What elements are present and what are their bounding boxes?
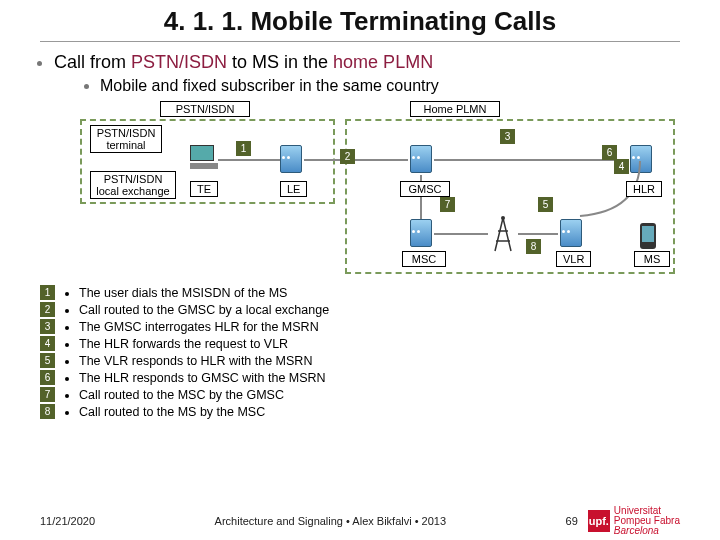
t1: Call from bbox=[54, 52, 131, 72]
footer-page: 69 bbox=[566, 515, 578, 527]
le-server-icon bbox=[280, 145, 304, 173]
step-text-3: The GMSC interrogates HLR for the MSRN bbox=[79, 320, 319, 334]
line-bts-vlr bbox=[518, 233, 558, 235]
upf-logo: upf. UniversitatPompeu FabraBarcelona bbox=[588, 506, 680, 536]
step-text-1: The user dials the MSISDN of the MS bbox=[79, 286, 287, 300]
msc-server-icon bbox=[410, 219, 434, 247]
comp-label-msc: MSC bbox=[402, 251, 446, 267]
step-badge-4: 4 bbox=[614, 159, 629, 174]
bts-tower-icon bbox=[490, 213, 516, 253]
sub-bullet-list: Mobile and fixed subscriber in the same … bbox=[82, 77, 684, 95]
footer-center: Architecture and Signaling • Alex Bikfal… bbox=[215, 515, 447, 527]
step-badge-5: 5 bbox=[538, 197, 553, 212]
comp-label-hlr: HLR bbox=[626, 181, 662, 197]
step-row-4: 4The HLR forwards the request to VLR bbox=[40, 336, 680, 351]
upf-logo-text: UniversitatPompeu FabraBarcelona bbox=[614, 506, 680, 536]
title-divider bbox=[40, 41, 680, 42]
step-text-5: The VLR responds to HLR with the MSRN bbox=[79, 354, 312, 368]
step-row-5: 5The VLR responds to HLR with the MSRN bbox=[40, 353, 680, 368]
gmsc-server-icon bbox=[410, 145, 434, 173]
step-row-3: 3The GMSC interrogates HLR for the MSRN bbox=[40, 319, 680, 334]
line-te-le bbox=[218, 159, 280, 161]
step-text-8: Call routed to the MS by the MSC bbox=[79, 405, 265, 419]
pstn-header: PSTN/ISDN bbox=[160, 101, 250, 117]
comp-label-vlr: VLR bbox=[556, 251, 591, 267]
step-badge-3: 3 bbox=[500, 129, 515, 144]
svg-point-0 bbox=[501, 216, 505, 220]
home-plmn-header: Home PLMN bbox=[410, 101, 500, 117]
comp-label-ms: MS bbox=[634, 251, 670, 267]
t2: to MS in the bbox=[227, 52, 333, 72]
steps-legend: 1The user dials the MSISDN of the MS 2Ca… bbox=[40, 285, 680, 419]
line-le-gmsc bbox=[304, 159, 408, 161]
step-text-6: The HLR responds to GMSC with the MSRN bbox=[79, 371, 326, 385]
accent-pstn: PSTN/ISDN bbox=[131, 52, 227, 72]
step-badge-8: 8 bbox=[526, 239, 541, 254]
ms-phone-icon bbox=[640, 223, 656, 249]
line-msc-bts bbox=[434, 233, 488, 235]
vlr-server-icon bbox=[560, 219, 584, 247]
terminal-icon bbox=[190, 145, 218, 169]
step-badge-7: 7 bbox=[440, 197, 455, 212]
footer: 11/21/2020 Architecture and Signaling • … bbox=[0, 506, 720, 536]
step-badge-1: 1 bbox=[236, 141, 251, 156]
terminal-label: PSTN/ISDN terminal bbox=[90, 125, 162, 153]
step-text-4: The HLR forwards the request to VLR bbox=[79, 337, 288, 351]
step-row-1: 1The user dials the MSISDN of the MS bbox=[40, 285, 680, 300]
slide-title: 4. 1. 1. Mobile Terminating Calls bbox=[0, 6, 720, 37]
local-exchange-label: PSTN/ISDN local exchange bbox=[90, 171, 176, 199]
step-row-7: 7Call routed to the MSC by the GMSC bbox=[40, 387, 680, 402]
comp-label-te: TE bbox=[190, 181, 218, 197]
network-diagram: PSTN/ISDN Home PLMN PSTN/ISDN terminal P… bbox=[40, 101, 680, 281]
step-text-2: Call routed to the GMSC by a local excha… bbox=[79, 303, 329, 317]
main-bullet: Call from PSTN/ISDN to MS in the home PL… bbox=[54, 52, 684, 95]
upf-logo-mark: upf. bbox=[588, 510, 610, 532]
footer-date: 11/21/2020 bbox=[40, 515, 95, 527]
step-row-8: 8Call routed to the MS by the MSC bbox=[40, 404, 680, 419]
step-row-6: 6The HLR responds to GMSC with the MSRN bbox=[40, 370, 680, 385]
step-badge-2: 2 bbox=[340, 149, 355, 164]
comp-label-le: LE bbox=[280, 181, 307, 197]
comp-label-gmsc: GMSC bbox=[400, 181, 450, 197]
step-text-7: Call routed to the MSC by the GMSC bbox=[79, 388, 284, 402]
step-badge-6: 6 bbox=[602, 145, 617, 160]
step-row-2: 2Call routed to the GMSC by a local exch… bbox=[40, 302, 680, 317]
main-bullet-list: Call from PSTN/ISDN to MS in the home PL… bbox=[36, 52, 684, 95]
sub-bullet: Mobile and fixed subscriber in the same … bbox=[100, 77, 684, 95]
accent-home: home PLMN bbox=[333, 52, 433, 72]
